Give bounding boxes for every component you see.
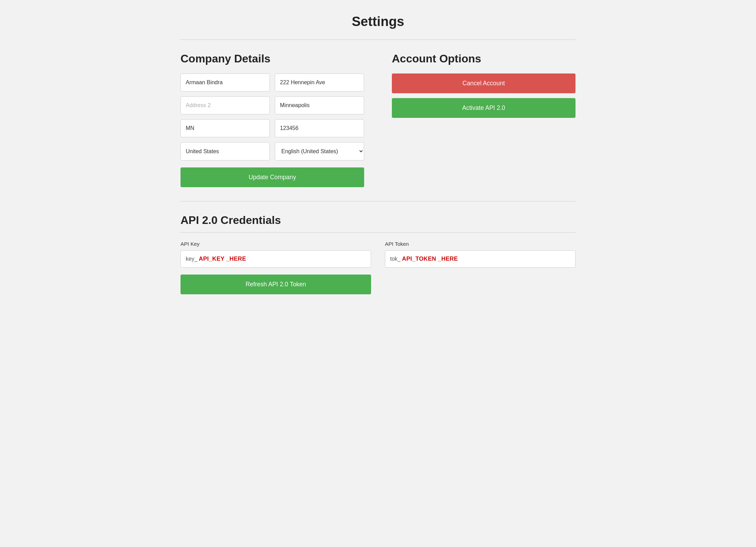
- api-key-value: API_KEY _HERE: [199, 255, 246, 262]
- locale-select[interactable]: English (United States) English (UK) Spa…: [275, 142, 364, 160]
- page-title: Settings: [181, 14, 575, 29]
- zip-input[interactable]: [275, 119, 364, 137]
- company-details-title: Company Details: [181, 52, 364, 65]
- api-key-field: API Key key_ API_KEY _HERE: [181, 241, 371, 268]
- address2-input[interactable]: [181, 96, 270, 114]
- bottom-divider: [181, 201, 575, 201]
- account-options-section: Account Options Cancel Account Activate …: [392, 52, 575, 187]
- activate-api-button[interactable]: Activate API 2.0: [392, 98, 575, 118]
- refresh-api-token-button[interactable]: Refresh API 2.0 Token: [181, 275, 371, 294]
- address1-input[interactable]: [275, 73, 364, 92]
- state-input[interactable]: [181, 119, 270, 137]
- cancel-account-button[interactable]: Cancel Account: [392, 73, 575, 93]
- refresh-btn-wrapper: Refresh API 2.0 Token: [181, 275, 371, 294]
- api-credentials-title: API 2.0 Credentials: [181, 214, 575, 227]
- api-credentials-section: API 2.0 Credentials API Key key_ API_KEY…: [181, 214, 575, 294]
- top-divider: [181, 40, 575, 40]
- update-company-button[interactable]: Update Company: [181, 167, 364, 187]
- api-key-label: API Key: [181, 241, 371, 247]
- city-input[interactable]: [275, 96, 364, 114]
- api-key-prefix: key_: [186, 256, 197, 262]
- api-grid: API Key key_ API_KEY _HERE API Token tok…: [181, 241, 575, 268]
- api-key-input-wrapper: key_ API_KEY _HERE: [181, 250, 371, 268]
- company-form-grid: English (United States) English (UK) Spa…: [181, 73, 364, 160]
- api-token-prefix: tok_: [390, 256, 401, 262]
- api-token-label: API Token: [385, 241, 575, 247]
- company-details-section: Company Details English (United States) …: [181, 52, 364, 187]
- name-input[interactable]: [181, 73, 270, 92]
- api-token-value: API_TOKEN _HERE: [402, 255, 458, 262]
- page-wrapper: Settings Company Details English (United…: [160, 0, 596, 315]
- account-options-title: Account Options: [392, 52, 575, 65]
- top-section: Company Details English (United States) …: [181, 52, 575, 187]
- api-inner-divider: [181, 232, 575, 233]
- api-token-field: API Token tok_ API_TOKEN _HERE: [385, 241, 575, 268]
- api-token-input-wrapper: tok_ API_TOKEN _HERE: [385, 250, 575, 268]
- country-input[interactable]: [181, 142, 270, 160]
